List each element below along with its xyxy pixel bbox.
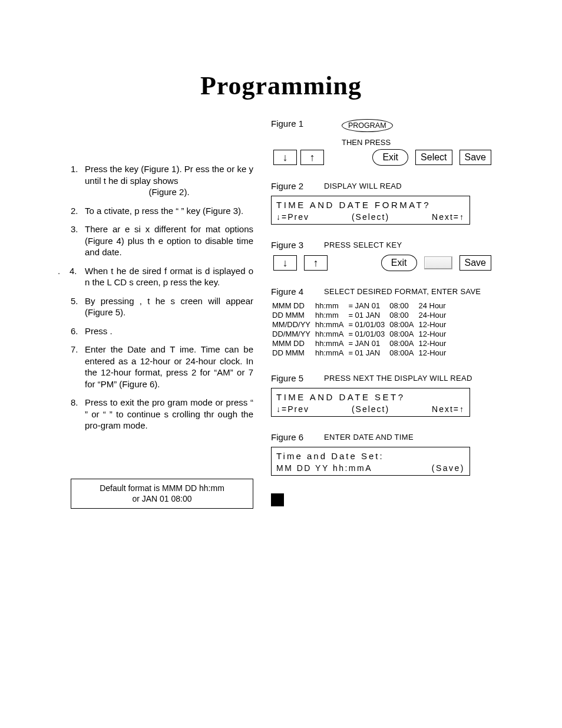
then-press-label: THEN PRESS <box>342 138 491 147</box>
default-format-note: Default format is MMM DD hh:mm or JAN 01… <box>71 479 253 509</box>
step-5: 5. By pressing , t he s creen will appea… <box>71 295 253 318</box>
format-cell: hh:mmA <box>315 339 348 348</box>
table-row: MM/DD/YYhh:mmA= 01/01/0308:00A12-Hour <box>272 320 451 330</box>
lcd5-line1: TIME AND DATE SET? <box>276 392 465 402</box>
step-8: 8. Press to exit the pro gram mode or pr… <box>71 397 253 431</box>
format-cell: = 01 JAN <box>348 348 389 358</box>
lcd5-select: (Select) <box>352 404 389 414</box>
step-8-text: Press to exit the pro gram mode or press… <box>85 397 253 431</box>
format-cell: DD MMM <box>272 348 315 358</box>
format-cell: 12-Hour <box>418 330 451 339</box>
lcd2-next: Next=↑ <box>432 212 465 222</box>
format-cell: hh:mmA <box>315 330 348 339</box>
format-cell: 08:00 <box>389 311 418 320</box>
step-5-text: By pressing , t he s creen will appear (… <box>85 295 253 318</box>
step-2: 2. To a ctivate, p ress the “ ” key (Fig… <box>71 205 253 217</box>
format-cell: 24-Hour <box>418 311 451 320</box>
figure-3-caption: PRESS SELECT KEY <box>324 241 402 249</box>
exit-button-icon: Exit <box>381 255 417 271</box>
step-7: 7. Enter the Date and T ime. Time can be… <box>71 344 253 390</box>
lcd2-prev: ↓=Prev <box>276 212 309 222</box>
format-cell: 08:00A <box>389 330 418 339</box>
step-3-text: There ar e si x different for mat option… <box>85 223 253 258</box>
lcd2-line1: TIME AND DATE FORMAT? <box>276 200 465 210</box>
figure-5-caption: PRESS NEXT THE DISPLAY WILL READ <box>324 374 472 383</box>
format-cell: = JAN 01 <box>348 339 389 348</box>
select-button-icon: Select <box>415 150 452 165</box>
format-cell: hh:mm <box>315 311 348 320</box>
page-title: Programming <box>71 71 491 101</box>
format-cell: hh:mm <box>315 301 348 311</box>
lcd6-line2a: MM DD YY hh:mmA <box>276 463 372 473</box>
figure-3: Figure 3 PRESS SELECT KEY ↓ ↑ Exit Save <box>271 240 491 271</box>
step-1-text: Press the key (Figure 1). Pr ess the or … <box>85 164 253 186</box>
select-placeholder-icon <box>424 256 452 269</box>
figure-3-label: Figure 3 <box>271 240 324 250</box>
lcd-display-6: Time and Date Set: MM DD YY hh:mmA (Save… <box>271 447 470 476</box>
table-row: DD MMMhh:mmA= 01 JAN08:00A12-Hour <box>272 348 451 358</box>
lcd2-select: (Select) <box>352 212 389 222</box>
lcd-display-2: TIME AND DATE FORMAT? ↓=Prev (Select) Ne… <box>271 196 470 225</box>
manual-page: Programming 1. Press the key (Figure 1).… <box>0 0 562 544</box>
lcd5-prev: ↓=Prev <box>276 404 309 414</box>
step-6-text: Press . <box>85 325 253 337</box>
note-line2: or JAN 01 08:00 <box>78 493 246 505</box>
format-cell: = 01/01/03 <box>348 320 389 330</box>
figure-6-label: Figure 6 <box>271 432 324 442</box>
lcd-display-5: TIME AND DATE SET? ↓=Prev (Select) Next=… <box>271 388 470 417</box>
figure-1: Figure 1 PROGRAM THEN PRESS ↓ ↑ Exit Sel… <box>271 118 491 166</box>
step-1b-text: (Figure 2). <box>85 186 253 198</box>
steps-column: 1. Press the key (Figure 1). Pr ess the … <box>71 118 253 509</box>
format-cell: 08:00 <box>389 301 418 311</box>
lcd6-line1: Time and Date Set: <box>276 451 465 461</box>
step-2-text: To a ctivate, p ress the “ ” key (Figure… <box>85 205 253 217</box>
format-cell: 08:00A <box>389 320 418 330</box>
format-table: MMM DDhh:mm= JAN 0108:0024 HourDD MMMhh:… <box>272 301 451 358</box>
figure-5-label: Figure 5 <box>271 373 324 383</box>
figure-4: Figure 4 SELECT DESIRED FORMAT, ENTER SA… <box>271 286 491 358</box>
format-cell: 12-Hour <box>418 320 451 330</box>
figure-1-label: Figure 1 <box>271 118 342 129</box>
figure-4-label: Figure 4 <box>271 286 324 297</box>
format-cell: 08:00A <box>389 339 418 348</box>
figure-6-caption: ENTER DATE AND TIME <box>324 433 414 442</box>
note-line1: Default format is MMM DD hh:mm <box>78 483 246 494</box>
program-button-icon: PROGRAM <box>342 119 393 132</box>
format-cell: MMM DD <box>272 339 315 348</box>
table-row: MMM DDhh:mm= JAN 0108:0024 Hour <box>272 301 451 311</box>
figure-2-label: Figure 2 <box>271 181 324 191</box>
step-4-dot: . <box>58 265 70 288</box>
format-cell: DD/MM/YY <box>272 330 315 339</box>
step-4: . 4. When t he de sired f ormat is d isp… <box>58 265 253 288</box>
step-7-text: Enter the Date and T ime. Time can be en… <box>85 344 253 390</box>
step-6: 6. Press . <box>71 325 253 337</box>
figure-2-caption: DISPLAY WILL READ <box>324 182 402 190</box>
table-row: DD MMMhh:mm= 01 JAN08:0024-Hour <box>272 311 451 320</box>
format-cell: 24 Hour <box>418 301 451 311</box>
figure-2: Figure 2 DISPLAY WILL READ TIME AND DATE… <box>271 181 491 225</box>
up-arrow-button-icon: ↑ <box>300 150 324 165</box>
format-cell: hh:mmA <box>315 320 348 330</box>
save-button-icon: Save <box>459 255 491 271</box>
format-cell: = 01 JAN <box>348 311 389 320</box>
down-arrow-button-icon: ↓ <box>273 150 297 165</box>
exit-button-icon: Exit <box>372 149 408 166</box>
figure-5: Figure 5 PRESS NEXT THE DISPLAY WILL REA… <box>271 373 491 417</box>
format-cell: 12-Hour <box>418 339 451 348</box>
figure-6: Figure 6 ENTER DATE AND TIME Time and Da… <box>271 432 491 476</box>
up-arrow-button-icon: ↑ <box>304 255 328 271</box>
format-cell: 08:00A <box>389 348 418 358</box>
step-1: 1. Press the key (Figure 1). Pr ess the … <box>71 163 253 198</box>
page-marker-icon <box>271 493 284 506</box>
format-cell: = JAN 01 <box>348 301 389 311</box>
figures-column: Figure 1 PROGRAM THEN PRESS ↓ ↑ Exit Sel… <box>271 118 491 509</box>
format-cell: MMM DD <box>272 301 315 311</box>
save-button-icon: Save <box>459 150 491 165</box>
down-arrow-button-icon: ↓ <box>273 255 297 271</box>
format-cell: 12-Hour <box>418 348 451 358</box>
table-row: DD/MM/YYhh:mmA= 01/01/0308:00A12-Hour <box>272 330 451 339</box>
step-4-text: When t he de sired f ormat is d isplayed… <box>85 265 253 288</box>
format-cell: MM/DD/YY <box>272 320 315 330</box>
figure-4-caption: SELECT DESIRED FORMAT, ENTER SAVE <box>324 287 481 296</box>
table-row: MMM DDhh:mmA= JAN 0108:00A12-Hour <box>272 339 451 348</box>
